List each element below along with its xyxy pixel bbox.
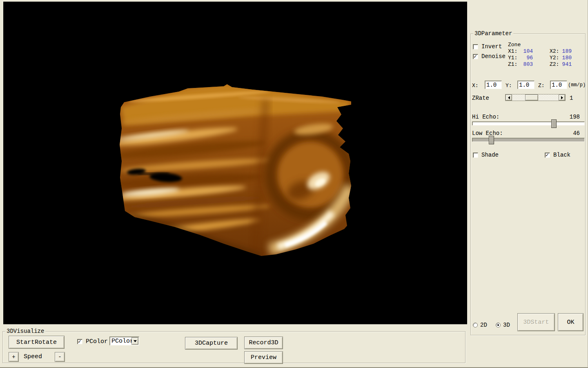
visualize-groupbox: 3DVisualize StartRotate + Speed - PColor… <box>2 331 466 363</box>
denoise-label: Denoise <box>481 54 506 60</box>
scale-unit-label: (mm/p) <box>568 82 586 88</box>
parameter-group-title: 3DParameter <box>473 30 513 37</box>
scale-x-input[interactable] <box>485 81 502 89</box>
zone-z1-value: 803 <box>516 61 533 67</box>
shade-checkbox[interactable] <box>473 153 478 158</box>
hi-echo-slider-thumb[interactable] <box>551 119 557 128</box>
pcolor-checkbox[interactable] <box>77 339 82 344</box>
zone-title: Zone <box>508 42 521 48</box>
mode-3d-label: 3D <box>503 322 510 328</box>
speed-plus-button[interactable]: + <box>9 352 19 362</box>
denoise-checkbox[interactable] <box>473 54 478 59</box>
scale-y-input[interactable] <box>517 81 535 89</box>
preview-button[interactable]: Preview <box>244 351 283 364</box>
hi-echo-value: 198 <box>562 114 580 120</box>
zone-z2-value: 941 <box>558 61 572 67</box>
zrate-scroll-right-button[interactable] <box>559 94 565 101</box>
zone-y2-value: 180 <box>558 55 572 61</box>
low-echo-value: 46 <box>562 130 580 137</box>
pcolor-dropdown-button[interactable] <box>131 337 138 345</box>
record3d-button[interactable]: Record3D <box>244 337 283 349</box>
mode-3d-radio[interactable] <box>496 323 501 328</box>
start3d-button: 3DStart <box>517 313 555 331</box>
mode-2d-radio[interactable] <box>473 323 478 328</box>
scale-z-input[interactable] <box>550 81 567 89</box>
pcolor-label: PColor <box>86 339 108 345</box>
app-window: 3DParameter Invert Denoise Zone X1: 104 … <box>0 0 588 368</box>
scroll-left-icon <box>508 96 510 99</box>
invert-checkbox[interactable] <box>473 44 478 49</box>
scroll-right-icon <box>561 96 563 99</box>
parameter-groupbox: 3DParameter Invert Denoise Zone X1: 104 … <box>470 34 586 335</box>
scale-y-label: Y: <box>506 83 512 89</box>
zrate-scroll-thumb[interactable] <box>525 94 538 101</box>
chevron-down-icon <box>134 340 137 342</box>
visualize-group-title: 3DVisualize <box>5 328 45 334</box>
capture3d-button[interactable]: 3DCapture <box>185 337 238 350</box>
hi-echo-label: Hi Echo: <box>472 114 499 120</box>
pcolor-dropdown-value: PColor <box>111 338 134 345</box>
invert-label: Invert <box>481 44 502 50</box>
start-rotate-button[interactable]: StartRotate <box>9 336 65 349</box>
pcolor-dropdown[interactable]: PColor <box>109 337 139 346</box>
mode-2d-label: 2D <box>480 322 487 328</box>
zrate-scrollbar <box>505 94 566 101</box>
volume-render-3d <box>3 2 467 324</box>
render-viewport[interactable] <box>3 2 467 324</box>
scale-x-label: X: <box>472 83 479 89</box>
low-echo-slider-thumb[interactable] <box>489 136 494 144</box>
shade-label: Shade <box>481 152 499 158</box>
low-echo-label: Low Echo: <box>472 130 503 137</box>
scale-z-label: Z: <box>538 83 545 89</box>
zone-x1-value: 104 <box>516 48 533 54</box>
zrate-scroll-left-button[interactable] <box>506 94 512 101</box>
black-label: Black <box>553 152 570 158</box>
zone-y1-value: 96 <box>516 55 533 61</box>
ok-button[interactable]: OK <box>558 313 584 331</box>
speed-minus-button[interactable]: - <box>55 352 65 362</box>
black-checkbox[interactable] <box>545 153 550 158</box>
zrate-label: ZRate <box>472 95 489 101</box>
hi-echo-slider-track[interactable] <box>472 121 585 126</box>
speed-label: Speed <box>24 354 42 360</box>
zrate-value: 1 <box>570 95 573 101</box>
zone-x2-value: 189 <box>558 48 572 54</box>
